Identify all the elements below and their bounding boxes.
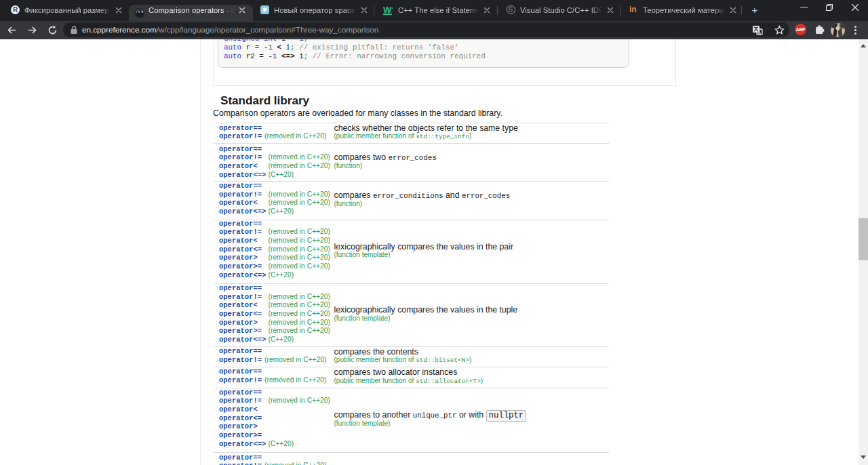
svg-text:A: A	[758, 31, 762, 35]
